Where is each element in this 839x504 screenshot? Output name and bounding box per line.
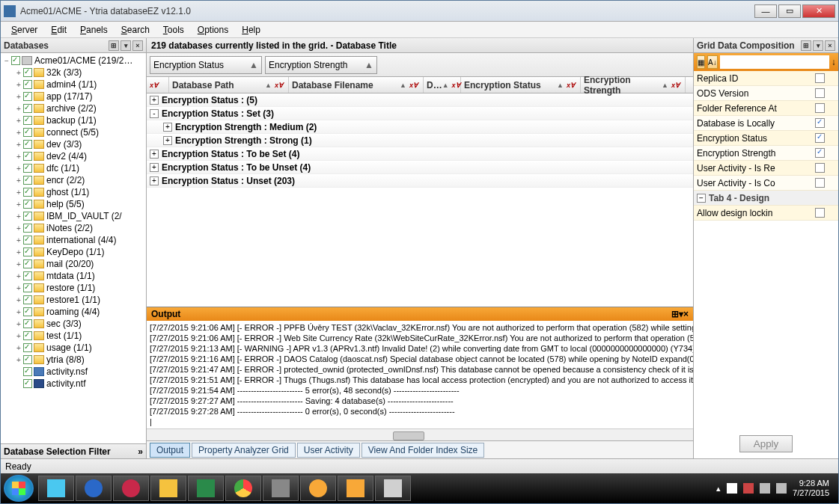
- property-row[interactable]: Folder Reference At: [694, 101, 838, 116]
- panel-dock-icon[interactable]: ▾: [120, 40, 131, 51]
- tree-item[interactable]: +KeyDepo (1/1): [2, 246, 144, 258]
- tree-item[interactable]: +restore1 (1/1): [2, 294, 144, 306]
- tree-item[interactable]: +admin4 (1/1): [2, 79, 144, 90]
- group-row[interactable]: +Encryption Status : (5): [147, 93, 693, 107]
- tree-item[interactable]: +test (1/1): [2, 330, 144, 342]
- right-dock-icon[interactable]: ▾: [813, 40, 823, 51]
- taskbar-app-6[interactable]: [375, 476, 411, 501]
- tree-root[interactable]: −Acme01/ACME (219/2…: [2, 55, 144, 67]
- property-row[interactable]: User Activity - Is Co: [694, 176, 838, 191]
- column-header[interactable]: Encryption Strength▲x∀: [581, 77, 686, 93]
- tree-item[interactable]: +connect (5/5): [2, 126, 144, 138]
- tab-user-activity[interactable]: User Activity: [297, 443, 360, 458]
- taskbar-excel[interactable]: [188, 476, 224, 501]
- grid-body[interactable]: +Encryption Status : (5)-Encryption Stat…: [147, 93, 693, 307]
- taskbar-app-1[interactable]: [38, 476, 74, 501]
- output-close-icon[interactable]: ×: [683, 309, 689, 319]
- tree-item[interactable]: +roaming (4/4): [2, 306, 144, 318]
- tree-item[interactable]: +international (4/4): [2, 234, 144, 246]
- tree-item[interactable]: +sec (3/3): [2, 318, 144, 330]
- tray-volume-icon[interactable]: [776, 483, 787, 494]
- output-hscroll[interactable]: [147, 428, 693, 440]
- property-row[interactable]: Allow design lockin: [694, 206, 838, 221]
- right-close-icon[interactable]: ×: [825, 40, 835, 51]
- output-body[interactable]: [7/27/2015 9:21:06 AM] [- ERROR -] PPFB …: [147, 321, 693, 428]
- menu-server[interactable]: Server: [5, 23, 43, 37]
- tray-flag-icon[interactable]: [743, 483, 754, 494]
- tab-output[interactable]: Output: [150, 443, 190, 458]
- col-filter-first[interactable]: x∀: [147, 77, 169, 93]
- group-row[interactable]: +Encryption Status : To be Set (4): [147, 147, 693, 161]
- tree-item[interactable]: +encr (2/2): [2, 174, 144, 186]
- tree-item[interactable]: +backup (1/1): [2, 114, 144, 126]
- group-row[interactable]: +Encryption Status : Unset (203): [147, 174, 693, 188]
- tree-item[interactable]: +ytria (8/8): [2, 354, 144, 366]
- down-arrow-icon[interactable]: ↓: [832, 57, 836, 67]
- tree-item[interactable]: activity.ntf: [2, 378, 144, 390]
- right-pin-icon[interactable]: ⊞: [801, 40, 811, 51]
- taskbar-app-2[interactable]: [113, 476, 149, 501]
- tray-icon-1[interactable]: [727, 483, 737, 494]
- tab-property-analyzer-grid[interactable]: Property Analyzer Grid: [192, 443, 296, 458]
- filter-input[interactable]: [720, 55, 829, 69]
- taskbar-app-4[interactable]: [300, 476, 336, 501]
- property-row[interactable]: Database is Locally: [694, 116, 838, 131]
- tree-item[interactable]: +IBM_ID_VAULT (2/: [2, 210, 144, 222]
- menu-tools[interactable]: Tools: [157, 23, 190, 37]
- property-row[interactable]: Encryption Strength: [694, 146, 838, 161]
- tree-item[interactable]: +app (17/17): [2, 90, 144, 102]
- database-tree[interactable]: −Acme01/ACME (219/2…+32k (3/3)+admin4 (1…: [1, 53, 146, 443]
- column-header[interactable]: Database Filename▲x∀: [289, 77, 424, 93]
- panel-close-icon[interactable]: ×: [132, 40, 143, 51]
- groupby-box[interactable]: Encryption Status▲: [150, 56, 262, 74]
- property-list[interactable]: Replica IDODS VersionFolder Reference At…: [694, 71, 838, 429]
- menu-help[interactable]: Help: [236, 23, 266, 37]
- tree-item[interactable]: +dev2 (4/4): [2, 150, 144, 162]
- menu-edit[interactable]: Edit: [45, 23, 73, 37]
- output-pin-icon[interactable]: ⊞: [671, 309, 679, 319]
- column-header[interactable]: D…▲x∀: [424, 77, 461, 93]
- column-header[interactable]: Database Path▲x∀: [169, 77, 289, 93]
- taskbar-app-3[interactable]: [263, 476, 299, 501]
- group-row[interactable]: +Encryption Status : To be Unset (4): [147, 161, 693, 174]
- property-section[interactable]: −Tab 4 - Design: [694, 191, 838, 206]
- start-button[interactable]: [4, 475, 34, 502]
- tree-item[interactable]: +mtdata (1/1): [2, 270, 144, 282]
- menu-panels[interactable]: Panels: [74, 23, 114, 37]
- tree-item[interactable]: activity.nsf: [2, 366, 144, 378]
- tab-view-and-folder-index-size[interactable]: View And Folder Index Size: [361, 443, 485, 458]
- tree-item[interactable]: +help (5/5): [2, 198, 144, 210]
- close-button[interactable]: ✕: [802, 4, 835, 18]
- menu-options[interactable]: Options: [192, 23, 234, 37]
- taskbar-explorer[interactable]: [150, 476, 186, 501]
- group-row[interactable]: +Encryption Strength : Medium (2): [147, 120, 693, 134]
- clock[interactable]: 9:28 AM 7/27/2015: [793, 479, 829, 498]
- sort-icon[interactable]: A↓: [707, 55, 718, 69]
- taskbar-ie[interactable]: [76, 476, 112, 501]
- tree-item[interactable]: +ghost (1/1): [2, 186, 144, 198]
- property-row[interactable]: Encryption Status: [694, 131, 838, 146]
- tree-item[interactable]: +32k (3/3): [2, 67, 144, 79]
- property-row[interactable]: Replica ID: [694, 71, 838, 86]
- column-header[interactable]: Encryption Status▲x∀: [461, 77, 581, 93]
- tree-item[interactable]: +restore (1/1): [2, 282, 144, 294]
- tree-item[interactable]: +dfc (1/1): [2, 162, 144, 174]
- apply-button[interactable]: Apply: [739, 435, 793, 452]
- maximize-button[interactable]: ▭: [778, 4, 801, 18]
- tree-item[interactable]: +archive (2/2): [2, 102, 144, 114]
- tray-up-icon[interactable]: ▴: [716, 484, 721, 494]
- panel-pin-icon[interactable]: ⊞: [109, 40, 119, 51]
- groupby-box[interactable]: Encryption Strength▲: [265, 56, 377, 74]
- categorize-icon[interactable]: ▦: [697, 55, 705, 69]
- tree-item[interactable]: +iNotes (2/2): [2, 222, 144, 234]
- tree-item[interactable]: +mail (20/20): [2, 258, 144, 270]
- filter-expand-icon[interactable]: »: [138, 446, 143, 457]
- menu-search[interactable]: Search: [115, 23, 156, 37]
- taskbar-app-5[interactable]: [338, 476, 373, 501]
- tree-item[interactable]: +usage (1/1): [2, 342, 144, 354]
- db-selection-filter-header[interactable]: Database Selection Filter »: [1, 443, 146, 458]
- property-row[interactable]: User Activity - Is Re: [694, 161, 838, 176]
- group-row[interactable]: -Encryption Status : Set (3): [147, 107, 693, 120]
- minimize-button[interactable]: —: [754, 4, 777, 18]
- property-row[interactable]: ODS Version: [694, 86, 838, 101]
